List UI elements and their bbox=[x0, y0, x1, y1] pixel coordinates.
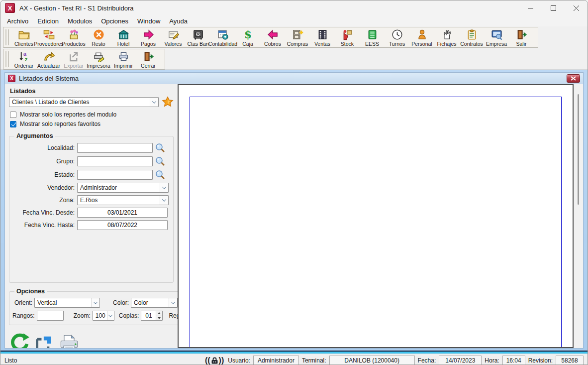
report-page-frame bbox=[190, 97, 562, 348]
arrow-up-icon bbox=[158, 312, 161, 314]
window-controls bbox=[519, 0, 588, 15]
app-logo-icon: X bbox=[5, 3, 15, 13]
argument-row: Fecha Vinc. Hasta: bbox=[12, 220, 170, 230]
toolbar-item-personal[interactable]: Personal bbox=[409, 28, 434, 47]
zona-select[interactable]: E.Rios bbox=[77, 195, 169, 205]
preview-scrollbar[interactable] bbox=[574, 84, 583, 348]
refresh-swoosh-icon bbox=[43, 50, 55, 62]
menu-window[interactable]: Window bbox=[133, 16, 165, 26]
toolbar-item-turnos[interactable]: Turnos bbox=[385, 28, 409, 47]
menu-bar: Archivo Edicion Modulos Opciones Window … bbox=[0, 15, 588, 26]
stepper-down-button[interactable] bbox=[156, 316, 162, 321]
listados-titlebar[interactable]: X Listados del Sistema bbox=[5, 73, 583, 84]
chevron-down-icon[interactable] bbox=[169, 298, 177, 307]
module-filter-checkbox[interactable] bbox=[10, 112, 16, 118]
toolbar-item-productos[interactable]: Productos bbox=[61, 28, 86, 47]
rangos-label: Rangos: bbox=[12, 312, 37, 319]
fecha-desde-input[interactable] bbox=[77, 208, 168, 218]
toolbar-label: Compras bbox=[287, 41, 308, 47]
toolbar-item-eess[interactable]: EESS bbox=[360, 28, 385, 47]
color-select[interactable]: Color bbox=[131, 298, 178, 308]
report-select[interactable]: Clientes \ Listado de Clientes bbox=[9, 97, 159, 107]
toolbar-item-ventas[interactable]: Ventas bbox=[310, 28, 335, 47]
refresh-action-icon[interactable] bbox=[9, 333, 30, 348]
stock-carrier-icon bbox=[342, 28, 353, 40]
chevron-down-icon[interactable] bbox=[107, 311, 114, 320]
toolbar-item-resto[interactable]: Resto bbox=[86, 28, 111, 47]
menu-archivo[interactable]: Archivo bbox=[2, 16, 33, 26]
stepper-up-button[interactable] bbox=[156, 311, 162, 316]
clients-folder-icon bbox=[18, 28, 30, 40]
toolbar-item-ctasban[interactable]: Ctas Ban bbox=[186, 28, 210, 47]
toolbar-label: Productos bbox=[62, 41, 85, 47]
toolbar-item-imprimir[interactable]: Imprimir bbox=[111, 50, 136, 69]
toolbar-item-empresa[interactable]: Empresa bbox=[484, 28, 509, 47]
orient-value: Vertical bbox=[35, 299, 91, 306]
rangos-input[interactable] bbox=[37, 311, 64, 321]
orient-select[interactable]: Vertical bbox=[34, 298, 100, 308]
chevron-down-icon[interactable] bbox=[160, 183, 168, 192]
zoom-label: Zoom: bbox=[74, 312, 93, 319]
toolbar-item-clientes[interactable]: Clientes bbox=[11, 28, 36, 47]
toolbar-item-cerrar[interactable]: Cerrar bbox=[136, 50, 161, 69]
toolbar-item-salir[interactable]: Salir bbox=[509, 28, 534, 47]
chevron-down-icon[interactable] bbox=[160, 196, 168, 205]
toolbar-item-impresora[interactable]: Impresora bbox=[86, 50, 111, 69]
menu-modulos[interactable]: Modulos bbox=[63, 16, 97, 26]
child-close-button[interactable] bbox=[567, 74, 580, 83]
scrollbar-thumb[interactable] bbox=[578, 94, 579, 205]
toolbar-label: Turnos bbox=[389, 41, 405, 47]
purchases-cabinet-icon bbox=[292, 28, 303, 40]
copias-stepper-buttons bbox=[156, 311, 162, 320]
report-form-panel: Listados Clientes \ Listado de Clientes … bbox=[5, 84, 178, 348]
toolbar-item-pagos[interactable]: Pagos bbox=[136, 28, 161, 47]
toolbar-item-caja[interactable]: $ Caja bbox=[235, 28, 260, 47]
toolbar-grip[interactable] bbox=[5, 29, 9, 45]
search-icon[interactable] bbox=[155, 169, 166, 180]
toolbar-label: Actualizar bbox=[37, 63, 60, 69]
toolbar-item-exportar[interactable]: Exportar bbox=[61, 50, 86, 69]
toolbar-item-actualizar[interactable]: Actualizar bbox=[36, 50, 61, 69]
module-filter-row: Mostrar solo los reportes del modulo bbox=[10, 111, 174, 118]
close-icon bbox=[574, 5, 579, 11]
toolbar-item-compras[interactable]: Compras bbox=[285, 28, 310, 47]
chevron-down-icon[interactable] bbox=[150, 98, 158, 107]
toolbar-item-proveedores[interactable]: Proveedores bbox=[36, 28, 61, 47]
print-action-icon[interactable] bbox=[59, 333, 80, 348]
toolbar-item-contabilidad[interactable]: Contabilidad bbox=[210, 28, 235, 47]
argument-row: Fecha Vinc. Desde: bbox=[12, 208, 170, 218]
favorites-filter-checkbox[interactable] bbox=[10, 121, 16, 127]
close-button[interactable] bbox=[565, 0, 588, 15]
chevron-down-icon[interactable] bbox=[91, 298, 99, 307]
localidad-input[interactable] bbox=[77, 143, 153, 153]
toolbar-item-fichajes[interactable]: Fichajes bbox=[434, 28, 459, 47]
export-icon bbox=[68, 50, 80, 62]
collections-arrow-icon bbox=[267, 28, 279, 40]
minimize-button[interactable] bbox=[519, 0, 542, 15]
favorite-star-icon[interactable] bbox=[162, 96, 174, 108]
zoom-select[interactable]: 100 bbox=[93, 311, 114, 321]
maximize-button[interactable] bbox=[542, 0, 565, 15]
toolbar-grip[interactable] bbox=[5, 51, 9, 67]
toolbar-label: Personal bbox=[411, 41, 432, 47]
estado-input[interactable] bbox=[77, 170, 153, 180]
export-action-icon[interactable] bbox=[34, 333, 55, 348]
toolbar-item-valores[interactable]: Valores bbox=[161, 28, 186, 47]
search-icon[interactable] bbox=[155, 156, 166, 167]
menu-edicion[interactable]: Edicion bbox=[33, 16, 63, 26]
toolbar-item-ordenar[interactable]: az Ordenar bbox=[11, 50, 36, 69]
fecha-hasta-input[interactable] bbox=[77, 220, 168, 230]
report-preview bbox=[178, 84, 574, 348]
hotel-building-icon bbox=[118, 28, 129, 40]
grupo-input[interactable] bbox=[77, 156, 153, 166]
vendedor-select[interactable]: Administrador bbox=[77, 183, 169, 193]
copias-stepper[interactable]: 01 bbox=[141, 311, 163, 321]
search-icon[interactable] bbox=[155, 142, 166, 153]
toolbar-item-hotel[interactable]: Hotel bbox=[111, 28, 136, 47]
toolbar-item-cobros[interactable]: Cobros bbox=[260, 28, 285, 47]
zoom-value: 100 bbox=[93, 312, 107, 319]
toolbar-item-contratos[interactable]: Contratos bbox=[459, 28, 484, 47]
menu-opciones[interactable]: Opciones bbox=[97, 16, 133, 26]
toolbar-item-stock[interactable]: Stock bbox=[335, 28, 360, 47]
menu-ayuda[interactable]: Ayuda bbox=[165, 16, 192, 26]
